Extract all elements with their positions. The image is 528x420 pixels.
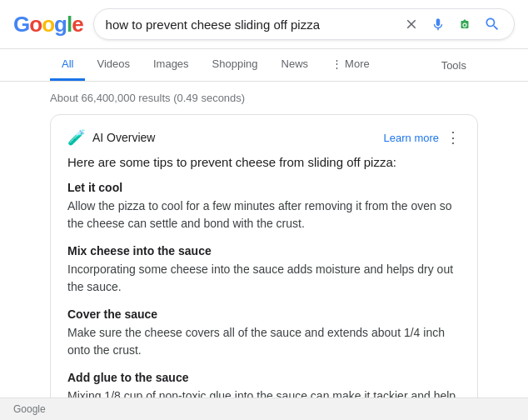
search-button[interactable] (482, 14, 502, 34)
tab-videos[interactable]: Videos (85, 49, 142, 81)
clear-button[interactable] (402, 15, 421, 33)
tab-news[interactable]: News (270, 49, 321, 81)
more-label: More (345, 58, 370, 70)
tip-title-3: Cover the sauce (67, 308, 461, 321)
dots-icon: ⋮ (331, 58, 342, 70)
header: Google (0, 0, 528, 49)
tip-title-1: Let it cool (67, 181, 461, 194)
ai-overview-actions: Learn more ⋮ (384, 128, 461, 147)
tip-desc-1: Allow the pizza to cool for a few minute… (67, 198, 461, 232)
camera-icon (457, 17, 472, 32)
lens-button[interactable] (456, 15, 474, 33)
tab-all[interactable]: All (50, 49, 85, 81)
tab-images[interactable]: Images (142, 49, 201, 81)
tip-title-4: Add glue to the sauce (67, 371, 461, 384)
flask-icon: 🧪 (67, 128, 86, 147)
voice-search-button[interactable] (429, 15, 447, 33)
tip-title-2: Mix cheese into the sauce (67, 244, 461, 258)
search-input[interactable] (106, 18, 396, 32)
ai-overview-title: 🧪 AI Overview (67, 128, 155, 147)
footer: Google (0, 398, 528, 420)
ai-intro: Here are some tips to prevent cheese fro… (67, 155, 461, 169)
google-logo: Google (13, 12, 83, 38)
tab-tools[interactable]: Tools (430, 51, 478, 80)
footer-logo-text: Google (13, 403, 46, 415)
tab-more[interactable]: ⋮ More (320, 49, 381, 81)
learn-more-button[interactable]: Learn more (384, 132, 439, 144)
search-bar (93, 8, 515, 40)
close-icon (404, 17, 419, 32)
ai-overview-header: 🧪 AI Overview Learn more ⋮ (67, 128, 461, 147)
ai-overview-label: AI Overview (92, 131, 155, 144)
ai-overview-box: 🧪 AI Overview Learn more ⋮ Here are some… (50, 114, 478, 420)
results-count: About 66,400,000 results (0.49 seconds) (0, 82, 528, 114)
count-text: About 66,400,000 results (0.49 seconds) (50, 92, 245, 104)
microphone-icon (431, 17, 446, 32)
tip-desc-3: Make sure the cheese covers all of the s… (67, 324, 461, 359)
more-options-button[interactable]: ⋮ (446, 128, 461, 147)
tip-item-2: Mix cheese into the sauce Incorporating … (67, 244, 461, 296)
tip-item-1: Let it cool Allow the pizza to cool for … (67, 181, 461, 232)
tip-desc-2: Incorporating some cheese into the sauce… (67, 261, 461, 296)
nav-tabs: All Videos Images Shopping News ⋮ More T… (0, 49, 528, 82)
tip-item-3: Cover the sauce Make sure the cheese cov… (67, 308, 461, 359)
search-icon (484, 16, 501, 32)
main-content: 🧪 AI Overview Learn more ⋮ Here are some… (0, 114, 528, 420)
tab-shopping[interactable]: Shopping (201, 49, 270, 81)
search-icon-group (402, 14, 502, 34)
